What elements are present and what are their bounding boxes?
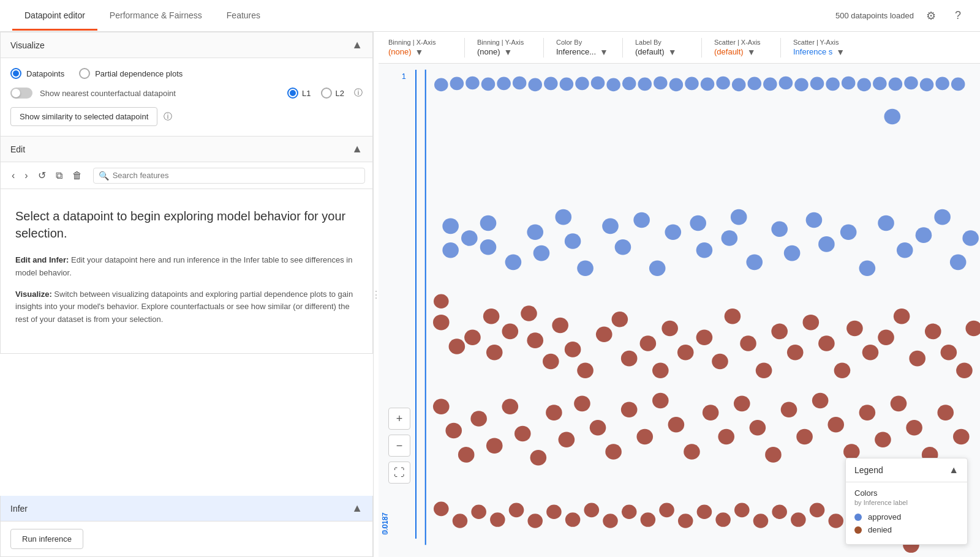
svg-point-17 xyxy=(701,78,715,91)
similarity-button[interactable]: Show similarity to selected datapoint xyxy=(10,107,157,126)
dropdown-binning-x[interactable]: Binning | X-Axis (none) ▼ xyxy=(388,39,462,57)
svg-point-97 xyxy=(834,363,851,379)
visualize-header[interactable]: Visualize ▲ xyxy=(1,32,372,58)
counterfactual-toggle[interactable] xyxy=(10,88,32,99)
toggle-knob xyxy=(12,89,20,97)
dropdown-binning-y[interactable]: Binning | Y-Axis (none) ▼ xyxy=(467,39,541,57)
svg-point-106 xyxy=(965,321,980,337)
edit-header[interactable]: Edit ▲ xyxy=(1,136,372,162)
l2-radio[interactable]: L2 xyxy=(321,88,344,99)
svg-point-105 xyxy=(956,363,973,379)
svg-point-54 xyxy=(731,209,747,225)
visualize-collapse-icon: ▲ xyxy=(352,39,363,51)
dropdown-scatter-x-label: Scatter | X-Axis xyxy=(714,39,768,46)
svg-point-142 xyxy=(434,502,449,517)
svg-point-89 xyxy=(712,354,728,370)
svg-point-78 xyxy=(552,318,568,334)
svg-point-157 xyxy=(715,512,731,527)
nav-right: 500 datapoints loaded ⚙ ? xyxy=(835,6,968,26)
visualize-section: Visualize ▲ Datapoints Partial dependenc… xyxy=(0,32,373,136)
dropdown-binning-y-value: (none) ▼ xyxy=(477,47,531,57)
svg-point-124 xyxy=(684,444,700,460)
similarity-info-icon[interactable]: ⓘ xyxy=(164,111,172,122)
svg-point-42 xyxy=(533,245,550,261)
svg-point-136 xyxy=(875,432,891,448)
svg-point-108 xyxy=(445,423,462,439)
radio-datapoints[interactable]: Datapoints xyxy=(10,68,64,79)
tab-performance-fairness[interactable]: Performance & Fairness xyxy=(97,2,214,31)
svg-point-130 xyxy=(781,402,797,417)
infer-content: Run inference xyxy=(1,521,372,556)
tab-datapoint-editor[interactable]: Datapoint editor xyxy=(12,2,97,31)
svg-point-51 xyxy=(690,215,706,231)
run-inference-button[interactable]: Run inference xyxy=(10,529,83,549)
svg-point-119 xyxy=(605,444,622,460)
toggle-row: Show nearest counterfactual datapoint L1… xyxy=(10,88,363,99)
svg-point-144 xyxy=(471,504,486,519)
back-button[interactable]: ‹ xyxy=(8,168,18,184)
svg-point-20 xyxy=(747,77,761,91)
l-info-icon[interactable]: ⓘ xyxy=(354,88,363,99)
edit-desc-2: Visualize: Switch between visualizing da… xyxy=(15,288,358,326)
edit-desc-2-bold: Visualize: xyxy=(15,290,52,299)
svg-point-121 xyxy=(636,429,653,445)
svg-point-148 xyxy=(546,504,562,519)
svg-point-154 xyxy=(659,503,674,518)
svg-point-29 xyxy=(889,78,903,91)
svg-point-129 xyxy=(765,447,782,463)
dropdown-scatter-y[interactable]: Scatter | Y-Axis Inference s ▼ xyxy=(783,39,857,57)
settings-button[interactable]: ⚙ xyxy=(921,6,941,26)
svg-point-128 xyxy=(750,420,766,436)
svg-point-69 xyxy=(449,338,466,354)
resize-handle[interactable]: ⋮ xyxy=(374,32,379,557)
infer-header[interactable]: Infer ▲ xyxy=(1,496,372,521)
dropdown-color-by[interactable]: Color By Inference... ▼ xyxy=(546,39,620,57)
svg-point-21 xyxy=(763,78,777,91)
main-layout: Visualize ▲ Datapoints Partial dependenc… xyxy=(0,32,980,557)
svg-point-146 xyxy=(509,503,524,518)
dropdown-scatter-x[interactable]: Scatter | X-Axis (default) ▼ xyxy=(704,39,778,57)
legend-collapse-button[interactable]: ▲ xyxy=(949,465,959,476)
svg-point-82 xyxy=(612,312,628,327)
radio-partial-dependence[interactable]: Partial dependence plots xyxy=(79,68,183,79)
svg-point-158 xyxy=(734,503,750,518)
svg-point-92 xyxy=(756,363,772,379)
delete-button[interactable]: 🗑 xyxy=(69,168,86,184)
svg-point-4 xyxy=(497,77,511,91)
l1-radio[interactable]: L1 xyxy=(287,88,311,99)
edit-desc-1-bold: Edit and Infer: xyxy=(15,255,69,264)
zoom-out-button[interactable]: − xyxy=(388,435,410,457)
svg-point-127 xyxy=(734,396,750,412)
svg-point-39 xyxy=(480,239,497,255)
svg-point-155 xyxy=(678,514,693,528)
fit-screen-button[interactable]: ⛶ xyxy=(388,462,410,484)
y-axis-val-1: 1 xyxy=(402,72,406,81)
l1-label: L1 xyxy=(302,89,311,98)
svg-point-75 xyxy=(521,305,537,321)
edit-desc-2-text: Switch between visualizing datapoints an… xyxy=(15,290,353,324)
legend-colors-sub: by Inference label xyxy=(854,499,959,506)
svg-point-59 xyxy=(818,236,835,252)
restore-button[interactable]: ↺ xyxy=(34,167,50,184)
tab-features[interactable]: Features xyxy=(214,2,273,31)
help-button[interactable]: ? xyxy=(948,6,968,26)
svg-point-103 xyxy=(925,324,941,340)
divider-3 xyxy=(622,38,623,58)
dropdown-scatter-y-arrow: ▼ xyxy=(836,47,845,57)
svg-point-152 xyxy=(622,504,637,519)
legend-body: Colors by Inference label approved denie… xyxy=(846,482,967,544)
forward-button[interactable]: › xyxy=(21,168,31,184)
search-input[interactable] xyxy=(113,171,360,180)
svg-point-25 xyxy=(826,78,840,91)
dropdown-label-by[interactable]: Label By (default) ▼ xyxy=(625,39,699,57)
svg-point-28 xyxy=(873,77,887,91)
svg-point-138 xyxy=(906,420,922,436)
svg-point-73 xyxy=(486,345,503,361)
edit-toolbar: ‹ › ↺ ⧉ 🗑 🔍 xyxy=(1,162,372,189)
svg-point-18 xyxy=(716,77,730,90)
zoom-in-button[interactable]: + xyxy=(388,408,410,430)
svg-point-44 xyxy=(565,233,581,249)
edit-content: Select a datapoint to begin exploring mo… xyxy=(1,189,372,353)
duplicate-button[interactable]: ⧉ xyxy=(52,168,66,184)
svg-point-123 xyxy=(668,417,685,433)
